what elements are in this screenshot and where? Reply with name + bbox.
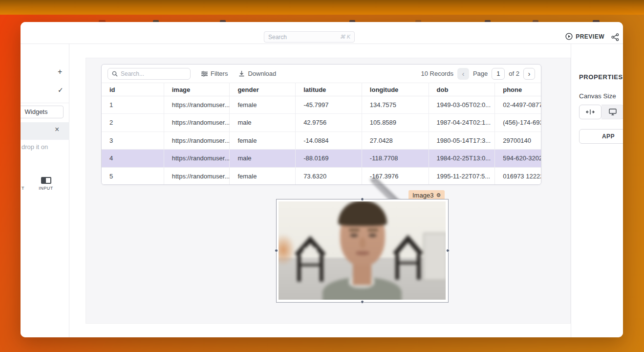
table-search-placeholder: Search... bbox=[121, 70, 144, 77]
download-icon bbox=[238, 70, 245, 77]
table-cell: https://randomuser... bbox=[164, 114, 230, 131]
close-icon[interactable]: × bbox=[55, 125, 59, 134]
table-cell: 1987-04-24T02:1... bbox=[429, 114, 495, 131]
table-cell: 016973 12222 bbox=[495, 168, 541, 185]
next-page-button[interactable]: › bbox=[523, 68, 535, 80]
table-cell: 1984-02-25T13:0... bbox=[429, 150, 495, 167]
properties-title: PROPERTIES bbox=[579, 73, 623, 81]
table-cell: male bbox=[230, 114, 296, 131]
sidebar-divider bbox=[21, 103, 69, 103]
download-button[interactable]: Download bbox=[238, 70, 276, 77]
table-toolbar: Search... Filters Download 10 Records ‹ … bbox=[102, 65, 541, 83]
photo-blurred-layers bbox=[279, 201, 446, 300]
table-cell: 02-4497-0877 bbox=[495, 96, 541, 113]
resize-handle-bottom[interactable] bbox=[361, 300, 364, 304]
share-icon[interactable] bbox=[611, 33, 619, 43]
page-number-input[interactable] bbox=[492, 68, 505, 80]
table-cell: -88.0169 bbox=[296, 150, 362, 167]
check-icon[interactable]: ✓ bbox=[58, 86, 64, 94]
drop-hint-text: drop it on bbox=[21, 143, 48, 151]
search-shortcut-hint: ⌘ K bbox=[340, 34, 350, 40]
preview-button[interactable]: PREVIEW bbox=[565, 33, 604, 40]
table-cell: female bbox=[230, 132, 296, 149]
table-cell: 1995-11-22T07:5... bbox=[429, 168, 495, 185]
clipped-widget-label: T bbox=[21, 186, 24, 191]
fit-width-button[interactable] bbox=[579, 105, 601, 119]
table-cell: 105.8589 bbox=[362, 114, 429, 131]
table-cell: https://randomuser... bbox=[164, 132, 230, 149]
column-header-gender[interactable]: gender bbox=[230, 83, 296, 96]
input-widget-icon[interactable] bbox=[41, 177, 51, 184]
table-cell: 42.9756 bbox=[296, 114, 362, 131]
column-header-phone[interactable]: phone bbox=[495, 83, 541, 96]
table-cell: 73.6320 bbox=[296, 168, 362, 185]
table-cell: male bbox=[230, 150, 296, 167]
play-circle-icon bbox=[565, 33, 573, 40]
table-cell: 1 bbox=[102, 96, 164, 113]
resize-handle-right[interactable] bbox=[446, 249, 450, 252]
app-builder-window: Search ⌘ K PREVIEW + ✓ Widgets × drop it… bbox=[21, 22, 623, 337]
image-widget-name: Image3 bbox=[412, 192, 433, 199]
fit-width-icon bbox=[586, 109, 595, 115]
input-widget-label[interactable]: INPUT bbox=[31, 186, 61, 191]
table-cell: 594-620-3202 bbox=[495, 150, 541, 167]
table-cell: https://randomuser... bbox=[164, 96, 230, 113]
records-count: 10 Records bbox=[421, 70, 453, 77]
table-cell: 27.0428 bbox=[362, 132, 429, 149]
monitor-icon bbox=[609, 109, 617, 115]
table-cell: -118.7708 bbox=[362, 150, 429, 167]
resize-handle-left[interactable] bbox=[275, 249, 278, 252]
column-header-longitude[interactable]: longitude bbox=[362, 83, 429, 96]
widgets-search-box[interactable]: Widgets bbox=[21, 106, 64, 118]
table-pagination: 10 Records ‹ Page of 2 › bbox=[421, 68, 535, 80]
table-row[interactable]: 3https://randomuser...female-14.088427.0… bbox=[102, 132, 541, 150]
add-icon[interactable]: + bbox=[58, 67, 62, 76]
table-row[interactable]: 4https://randomuser...male-88.0169-118.7… bbox=[102, 150, 541, 167]
widgets-panel-header: × bbox=[21, 122, 69, 140]
properties-panel: PROPERTIES Canvas Size APP bbox=[571, 44, 623, 337]
table-widget[interactable]: Search... Filters Download 10 Records ‹ … bbox=[101, 64, 541, 185]
filter-lines-icon bbox=[201, 71, 208, 77]
global-search-input[interactable]: Search ⌘ K bbox=[264, 31, 355, 43]
global-search-placeholder: Search bbox=[268, 34, 287, 41]
table-row[interactable]: 5https://randomuser...female73.6320-167.… bbox=[102, 168, 541, 185]
table-cell: female bbox=[230, 96, 296, 113]
table-cell: 29700140 bbox=[495, 132, 541, 149]
apply-button[interactable]: APP bbox=[579, 129, 623, 144]
table-row[interactable]: 2https://randomuser...male42.9756105.858… bbox=[102, 114, 541, 132]
widget-settings-gear-icon[interactable]: ⚙ bbox=[436, 192, 441, 198]
image-widget[interactable] bbox=[276, 199, 449, 303]
resize-handle-top[interactable] bbox=[361, 198, 364, 201]
table-cell: 1949-03-05T02:0... bbox=[429, 96, 495, 113]
page-label: Page bbox=[473, 70, 488, 77]
desktop-size-button[interactable] bbox=[601, 105, 623, 119]
table-body: 1https://randomuser...female-45.7997134.… bbox=[102, 96, 541, 185]
column-header-id[interactable]: id bbox=[102, 83, 164, 96]
table-header-row: idimagegenderlatitudelongitudedobphone bbox=[102, 83, 541, 96]
table-cell: 1980-05-14T17:3... bbox=[429, 132, 495, 149]
table-cell: 4 bbox=[102, 150, 164, 167]
canvas-size-toggle bbox=[579, 105, 623, 119]
column-header-dob[interactable]: dob bbox=[429, 83, 495, 96]
filters-label: Filters bbox=[211, 70, 228, 77]
preview-label: PREVIEW bbox=[576, 33, 604, 40]
table-cell: 2 bbox=[102, 114, 164, 131]
table-cell: https://randomuser... bbox=[164, 168, 230, 185]
table-cell: (456)-174-693 bbox=[495, 114, 541, 131]
search-icon bbox=[112, 71, 118, 77]
column-header-latitude[interactable]: latitude bbox=[296, 83, 362, 96]
table-cell: 5 bbox=[102, 168, 164, 185]
canvas-size-label: Canvas Size bbox=[579, 92, 616, 100]
table-cell: -45.7997 bbox=[296, 96, 362, 113]
table-cell: female bbox=[230, 168, 296, 185]
filters-button[interactable]: Filters bbox=[201, 70, 228, 77]
column-header-image[interactable]: image bbox=[164, 83, 230, 96]
table-cell: https://randomuser... bbox=[164, 150, 230, 167]
table-row[interactable]: 1https://randomuser...female-45.7997134.… bbox=[102, 96, 541, 114]
prev-page-button[interactable]: ‹ bbox=[457, 68, 469, 80]
desktop-bottom-band bbox=[0, 0, 644, 15]
table-search-input[interactable]: Search... bbox=[107, 68, 191, 80]
table-cell: 3 bbox=[102, 132, 164, 149]
page-total: of 2 bbox=[509, 70, 519, 77]
left-sidebar: + ✓ Widgets × drop it on T INPUT bbox=[21, 44, 69, 337]
